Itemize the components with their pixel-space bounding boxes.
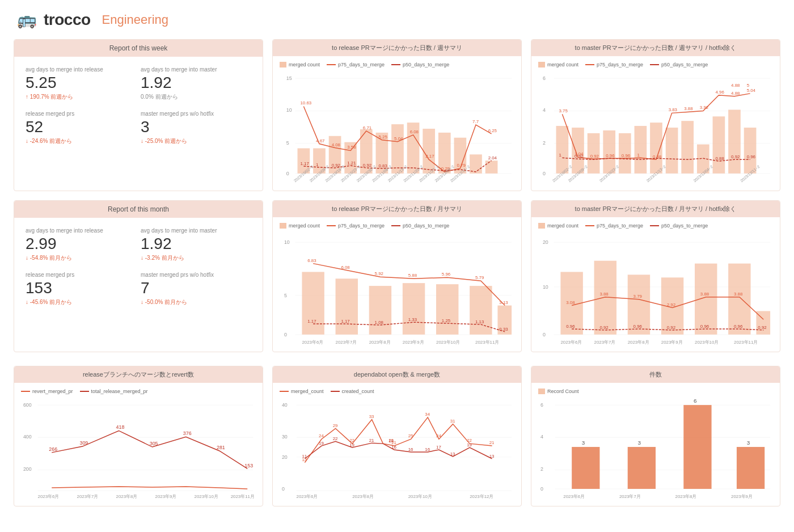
- chart-release-month-title: to release PRマージにかかった日数 / 月サマリ: [273, 201, 521, 217]
- svg-text:1: 1: [559, 153, 561, 158]
- svg-text:2023年10月: 2023年10月: [436, 340, 460, 345]
- svg-text:0.96: 0.96: [700, 324, 709, 329]
- svg-text:2023年11月: 2023年11月: [475, 340, 499, 345]
- svg-text:0: 0: [284, 332, 287, 337]
- chart-release-month-svg: 10 5 0 6.83 6.08: [280, 232, 514, 345]
- svg-text:2023年6月: 2023年6月: [38, 494, 60, 499]
- svg-text:4: 4: [540, 434, 543, 440]
- week-report-title: Report of this week: [14, 40, 263, 57]
- svg-text:600: 600: [23, 402, 32, 408]
- svg-text:2023年6月: 2023年6月: [302, 340, 323, 345]
- svg-text:31: 31: [450, 419, 455, 424]
- svg-text:0: 0: [282, 486, 285, 492]
- svg-text:3.92: 3.92: [700, 105, 708, 110]
- svg-text:2023年10月: 2023年10月: [408, 494, 432, 499]
- svg-text:5.04: 5.04: [394, 136, 403, 141]
- month-report-card: Report of this month avg days to merge i…: [14, 200, 263, 352]
- svg-text:2023年6月: 2023年6月: [563, 494, 585, 499]
- chart-dependabot-svg: 40 30 20 0 13 24 29 22 33 22 21: [280, 398, 514, 500]
- svg-rect-106: [336, 278, 358, 335]
- chart-revert-legend: revert_merged_pr total_release_merged_pr: [21, 389, 256, 394]
- svg-text:0: 0: [543, 332, 546, 337]
- svg-text:5.92: 5.92: [375, 271, 383, 276]
- svg-text:0.92: 0.92: [731, 154, 740, 159]
- svg-text:3.88: 3.88: [700, 292, 709, 297]
- svg-text:4.96: 4.96: [715, 90, 724, 95]
- svg-text:4: 4: [543, 107, 546, 113]
- svg-text:153: 153: [244, 463, 253, 468]
- svg-rect-108: [403, 283, 425, 335]
- svg-text:21: 21: [489, 440, 495, 445]
- svg-text:0: 0: [540, 486, 543, 492]
- svg-text:2023年8月: 2023年8月: [675, 494, 697, 499]
- svg-text:13: 13: [450, 451, 455, 457]
- svg-text:0.96: 0.96: [622, 153, 631, 158]
- svg-text:15: 15: [286, 75, 292, 81]
- stat-month-release-prs: release merged prs 153 ↓ -45.6% 前月から: [26, 271, 136, 306]
- svg-text:0.96: 0.96: [734, 324, 743, 329]
- stat-avg-master: avg days to merge into master 1.92 0.0% …: [141, 66, 251, 101]
- svg-text:1.17: 1.17: [307, 319, 316, 324]
- svg-text:400: 400: [23, 434, 32, 440]
- svg-rect-71: [728, 109, 741, 173]
- svg-text:0.92: 0.92: [590, 154, 599, 159]
- svg-text:2023年7月: 2023年7月: [619, 494, 641, 499]
- svg-text:2023年11月: 2023年11月: [734, 340, 758, 345]
- svg-text:5: 5: [284, 293, 287, 298]
- svg-text:16: 16: [391, 445, 396, 450]
- chart-dependabot: dependabot open数 & merge数 merged_count c…: [272, 366, 522, 506]
- svg-text:0.96: 0.96: [606, 153, 615, 158]
- svg-text:1.17: 1.17: [300, 161, 309, 166]
- svg-text:2.17: 2.17: [425, 154, 434, 159]
- chart-master-week-legend: merged count p75_days_to_merge p50_days_…: [538, 62, 773, 67]
- chart-release-revert: releaseブランチへのマージ数とrevert数 revert_merged_…: [14, 366, 263, 506]
- svg-rect-105: [302, 272, 324, 334]
- svg-text:13: 13: [489, 454, 495, 459]
- svg-text:3.79: 3.79: [633, 294, 642, 299]
- svg-text:4.67: 4.67: [316, 138, 324, 143]
- svg-text:29: 29: [333, 423, 338, 428]
- svg-text:2023年9月: 2023年9月: [403, 340, 424, 345]
- svg-text:4.88: 4.88: [731, 83, 740, 88]
- svg-text:3.83: 3.83: [669, 107, 678, 112]
- svg-text:2023年9月: 2023年9月: [155, 494, 177, 499]
- chart-master-month-legend: merged count p75_days_to_merge p50_days_…: [538, 223, 773, 229]
- svg-text:2023年7月: 2023年7月: [77, 494, 99, 499]
- chart-master-week: to master PRマージにかかった日数 / 週サマリ / hotfix除く…: [531, 39, 780, 191]
- svg-text:10: 10: [286, 107, 292, 113]
- svg-text:5.25: 5.25: [378, 134, 387, 140]
- svg-text:2023年6月: 2023年6月: [560, 340, 582, 345]
- svg-text:2023年8月: 2023年8月: [369, 340, 391, 345]
- svg-text:24: 24: [436, 433, 441, 438]
- chart-release-week: to release PRマージにかかった日数 / 週サマリ merged co…: [272, 39, 522, 191]
- svg-text:24: 24: [319, 433, 324, 438]
- main-grid: Report of this week avg days to merge in…: [0, 39, 794, 366]
- chart-revert-svg: 600 400 200 266 309 418 305 376 281 153: [21, 398, 256, 500]
- svg-text:1.17: 1.17: [341, 319, 349, 324]
- svg-text:5.79: 5.79: [475, 275, 484, 280]
- svg-text:10.63: 10.63: [300, 100, 311, 105]
- chart-release-week-title: to release PRマージにかかった日数 / 週サマリ: [273, 40, 521, 56]
- svg-text:19: 19: [388, 438, 394, 444]
- svg-text:0.88: 0.88: [715, 156, 724, 161]
- svg-rect-20: [485, 161, 498, 174]
- svg-text:2: 2: [543, 140, 546, 146]
- stat-month-avg-master: avg days to merge into master 1.92 ↓ -3.…: [141, 227, 251, 262]
- svg-rect-14: [391, 124, 404, 174]
- svg-rect-232: [683, 405, 711, 489]
- svg-text:2023年8月: 2023年8月: [628, 340, 649, 345]
- svg-rect-61: [572, 128, 584, 174]
- stat-month-master-prs: master merged prs w/o hotfix 7 ↓ -50.0% …: [141, 271, 251, 306]
- svg-text:19: 19: [349, 442, 354, 447]
- svg-text:3: 3: [747, 440, 750, 446]
- svg-text:1: 1: [637, 153, 639, 158]
- chart-release-month: to release PRマージにかかった日数 / 月サマリ merged co…: [272, 200, 522, 352]
- svg-rect-67: [666, 128, 678, 174]
- logo-text: trocco: [44, 11, 91, 29]
- svg-rect-65: [635, 126, 647, 174]
- svg-text:2023年10月: 2023年10月: [195, 494, 218, 499]
- chart-release-week-legend: merged count p75_days_to_merge p50_days_…: [280, 62, 514, 67]
- svg-rect-68: [681, 121, 694, 174]
- svg-text:0.92: 0.92: [575, 154, 583, 159]
- svg-text:418: 418: [116, 425, 125, 430]
